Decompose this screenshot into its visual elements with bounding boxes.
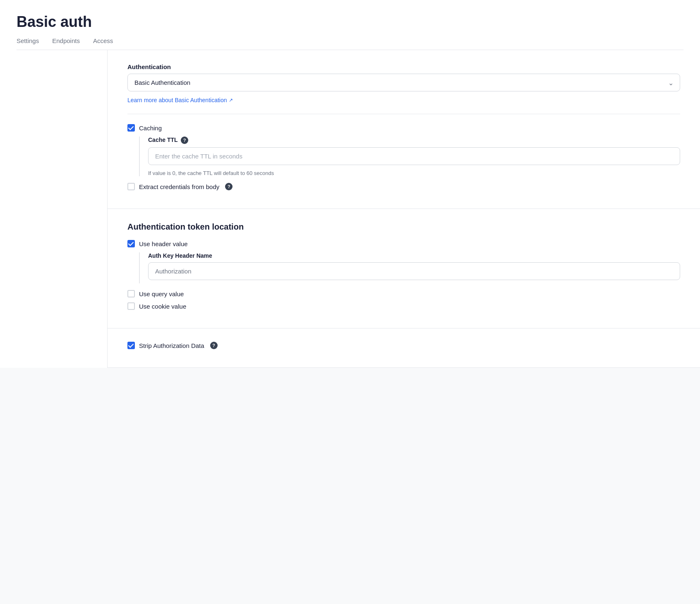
use-cookie-label[interactable]: Use cookie value xyxy=(139,303,186,310)
tab-settings[interactable]: Settings xyxy=(17,37,39,50)
caching-checkbox[interactable] xyxy=(127,124,135,132)
learn-more-link[interactable]: Learn more about Basic Authentication ↗ xyxy=(127,97,233,103)
authentication-label: Authentication xyxy=(127,63,680,70)
cache-ttl-helper: If value is 0, the cache TTL will defaul… xyxy=(148,170,680,176)
learn-more-text: Learn more about Basic Authentication xyxy=(127,97,227,103)
auth-key-header-input[interactable] xyxy=(148,262,680,280)
cache-ttl-section: Cache TTL ? If value is 0, the cache TTL… xyxy=(139,137,680,176)
use-header-checkbox[interactable] xyxy=(127,240,135,247)
main-content: Authentication Basic Authentication API … xyxy=(0,50,700,368)
extract-credentials-label[interactable]: Extract credentials from body xyxy=(139,183,219,190)
use-header-row: Use header value xyxy=(127,240,680,247)
strip-auth-help-icon[interactable]: ? xyxy=(210,342,218,349)
use-cookie-checkbox[interactable] xyxy=(127,302,135,310)
token-location-title: Authentication token location xyxy=(127,222,680,232)
strip-auth-checkbox[interactable] xyxy=(127,342,135,349)
caching-label[interactable]: Caching xyxy=(139,125,162,132)
nav-tabs: Settings Endpoints Access xyxy=(17,37,683,50)
header-section: Basic auth Settings Endpoints Access xyxy=(0,0,700,50)
token-location-section: Authentication token location Use header… xyxy=(108,209,700,328)
strip-auth-row: Strip Authorization Data ? xyxy=(127,342,680,349)
external-link-icon: ↗ xyxy=(229,97,233,103)
tab-endpoints[interactable]: Endpoints xyxy=(52,37,80,50)
authentication-dropdown[interactable]: Basic Authentication API Key OAuth 2.0 N… xyxy=(127,74,680,91)
extract-credentials-row: Extract credentials from body ? xyxy=(127,183,680,190)
section-divider-1 xyxy=(127,114,680,114)
strip-auth-section: Strip Authorization Data ? xyxy=(108,328,700,368)
page-title: Basic auth xyxy=(17,13,683,31)
use-query-row: Use query value xyxy=(127,290,680,297)
content-area: Authentication Basic Authentication API … xyxy=(108,50,700,368)
auth-key-header-section: Auth Key Header Name xyxy=(139,252,680,283)
left-sidebar xyxy=(0,50,108,368)
strip-auth-label[interactable]: Strip Authorization Data xyxy=(139,342,204,349)
page-container: Basic auth Settings Endpoints Access Aut… xyxy=(0,0,700,604)
auth-key-header-label: Auth Key Header Name xyxy=(148,252,680,259)
tab-access[interactable]: Access xyxy=(93,37,113,50)
cache-ttl-label: Cache TTL ? xyxy=(148,137,680,144)
use-query-label[interactable]: Use query value xyxy=(139,290,184,297)
caching-row: Caching xyxy=(127,124,680,132)
cache-ttl-input[interactable] xyxy=(148,147,680,165)
use-header-label[interactable]: Use header value xyxy=(139,240,188,247)
authentication-dropdown-wrapper: Basic Authentication API Key OAuth 2.0 N… xyxy=(127,74,680,91)
cache-ttl-help-icon[interactable]: ? xyxy=(181,137,188,144)
use-query-checkbox[interactable] xyxy=(127,290,135,297)
authentication-section: Authentication Basic Authentication API … xyxy=(108,50,700,209)
extract-credentials-help-icon[interactable]: ? xyxy=(225,183,233,190)
extract-credentials-checkbox[interactable] xyxy=(127,183,135,190)
left-sidebar-content xyxy=(0,50,107,77)
use-cookie-row: Use cookie value xyxy=(127,302,680,310)
